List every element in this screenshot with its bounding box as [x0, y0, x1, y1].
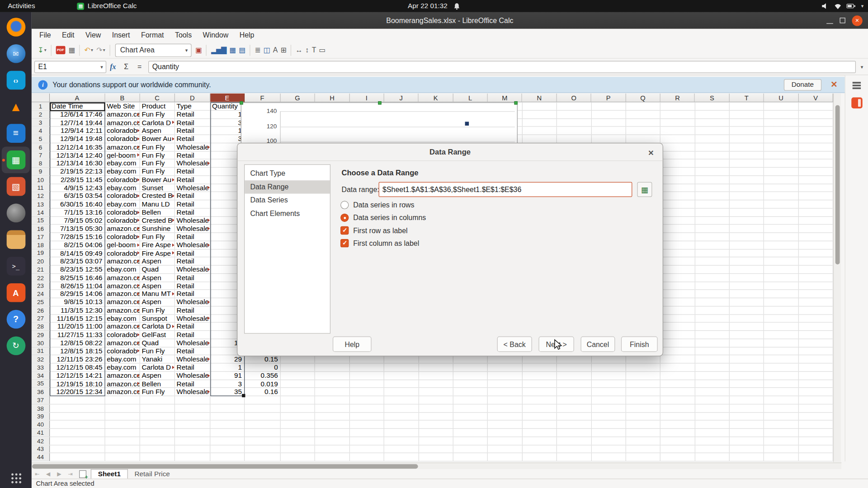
cell-D11[interactable]: Wholesale: [175, 184, 210, 192]
cell-O36[interactable]: [557, 388, 591, 396]
cell-C44[interactable]: [140, 453, 175, 461]
cell-D39[interactable]: [175, 413, 210, 420]
cell-N38[interactable]: [523, 404, 557, 412]
dock-writer[interactable]: [2, 120, 30, 147]
cell-T3[interactable]: [730, 119, 764, 127]
equals-button[interactable]: =: [133, 61, 146, 73]
cell-A25[interactable]: 9/8/15 10:13: [50, 298, 105, 306]
cell-D18[interactable]: Wholesale: [175, 241, 210, 249]
cell-U20[interactable]: [764, 258, 798, 265]
cell-B25[interactable]: amazon.co: [105, 298, 140, 306]
cell-I38[interactable]: [350, 404, 384, 412]
cell-L33[interactable]: [453, 363, 488, 371]
cell-A21[interactable]: 8/23/15 12:55: [50, 266, 105, 273]
cell-M43[interactable]: [488, 445, 522, 453]
cell-B6[interactable]: amazon.co: [105, 143, 140, 151]
cell-B19[interactable]: coloradob: [105, 249, 140, 257]
cell-C19[interactable]: Fire Aspe: [140, 249, 175, 257]
cell-D31[interactable]: Retail: [175, 347, 210, 355]
cell-T36[interactable]: [730, 388, 764, 396]
chart-type-icon[interactable]: ▂▅▇: [209, 43, 227, 56]
cell-B15[interactable]: coloradob: [105, 216, 140, 224]
cell-D21[interactable]: Wholesale: [175, 266, 210, 273]
cell-M33[interactable]: [488, 363, 522, 371]
cell-S14[interactable]: [695, 208, 730, 216]
cell-E39[interactable]: [210, 413, 245, 420]
cell-O37[interactable]: [557, 396, 591, 404]
cell-N43[interactable]: [523, 445, 557, 453]
cell-U36[interactable]: [764, 388, 798, 396]
cell-V28[interactable]: [799, 323, 833, 330]
cell-S44[interactable]: [695, 453, 730, 461]
cell-E34[interactable]: 91: [210, 372, 245, 380]
cell-K44[interactable]: [419, 453, 453, 461]
cell-A15[interactable]: 7/9/15 05:02: [50, 216, 105, 224]
cell-E38[interactable]: [210, 404, 245, 412]
cell-B27[interactable]: ebay.com: [105, 314, 140, 322]
row-header-30[interactable]: 30: [32, 339, 50, 347]
cell-E41[interactable]: [210, 429, 245, 436]
cell-B3[interactable]: amazon.co: [105, 119, 140, 127]
cell-V19[interactable]: [799, 249, 833, 257]
cell-T4[interactable]: [730, 127, 764, 135]
cell-B33[interactable]: ebay.com: [105, 363, 140, 371]
cell-S20[interactable]: [695, 258, 730, 265]
donate-button[interactable]: Donate: [783, 79, 821, 90]
cell-C31[interactable]: Fun Fly: [140, 347, 175, 355]
cell-R22[interactable]: [660, 274, 695, 282]
cell-P44[interactable]: [591, 453, 626, 461]
cell-C21[interactable]: Quad: [140, 266, 175, 273]
cell-C25[interactable]: Aspen: [140, 298, 175, 306]
cell-B20[interactable]: amazon.co: [105, 258, 140, 265]
cell-I33[interactable]: [350, 363, 384, 371]
cell-A23[interactable]: 8/26/15 11:04: [50, 282, 105, 290]
cell-A43[interactable]: [50, 445, 105, 453]
column-header-r[interactable]: R: [660, 94, 695, 103]
cell-C6[interactable]: Fun Fly: [140, 143, 175, 151]
cell-G40[interactable]: [281, 421, 315, 428]
cell-C26[interactable]: Fun Fly: [140, 306, 175, 314]
cell-V16[interactable]: [799, 225, 833, 232]
cell-A19[interactable]: 8/14/15 09:49: [50, 249, 105, 257]
vertical-scrollbar-thumb[interactable]: [835, 105, 840, 265]
dialog-close-icon[interactable]: ✕: [646, 148, 656, 158]
cell-J38[interactable]: [384, 404, 419, 412]
cell-A30[interactable]: 12/8/15 08:22: [50, 339, 105, 347]
cell-C14[interactable]: Bellen: [140, 208, 175, 216]
cell-A36[interactable]: 12/20/15 12:34: [50, 388, 105, 396]
cell-D26[interactable]: Retail: [175, 306, 210, 314]
cell-C33[interactable]: Carlota D: [140, 363, 175, 371]
cell-R5[interactable]: [660, 135, 695, 143]
cell-V37[interactable]: [799, 396, 833, 404]
cell-U23[interactable]: [764, 282, 798, 290]
cell-F34[interactable]: 0.356: [245, 372, 281, 380]
cell-N5[interactable]: [523, 135, 557, 143]
cell-N41[interactable]: [523, 429, 557, 436]
cell-E32[interactable]: 29: [210, 355, 245, 363]
cell-C12[interactable]: Crested B: [140, 192, 175, 200]
cell-D1[interactable]: Type: [175, 103, 210, 110]
cell-R44[interactable]: [660, 453, 695, 461]
row-header-35[interactable]: 35: [32, 380, 50, 388]
cell-G33[interactable]: [281, 363, 315, 371]
cell-N44[interactable]: [523, 453, 557, 461]
cell-I43[interactable]: [350, 445, 384, 453]
cell-N4[interactable]: [523, 127, 557, 135]
menu-help[interactable]: Help: [234, 29, 259, 42]
cell-S11[interactable]: [695, 184, 730, 192]
cell-R3[interactable]: [660, 119, 695, 127]
row-header-25[interactable]: 25: [32, 298, 50, 306]
row-header-34[interactable]: 34: [32, 372, 50, 380]
cell-S37[interactable]: [695, 396, 730, 404]
column-header-t[interactable]: T: [730, 94, 764, 103]
cell-N35[interactable]: [523, 380, 557, 388]
cell-S39[interactable]: [695, 413, 730, 420]
cell-J32[interactable]: [384, 355, 419, 363]
cell-B31[interactable]: coloradob: [105, 347, 140, 355]
cell-R21[interactable]: [660, 266, 695, 273]
resize-handle[interactable]: [240, 101, 243, 104]
cell-U18[interactable]: [764, 241, 798, 249]
cell-A39[interactable]: [50, 413, 105, 420]
dock-terminal[interactable]: [2, 253, 30, 280]
cell-H43[interactable]: [315, 445, 349, 453]
